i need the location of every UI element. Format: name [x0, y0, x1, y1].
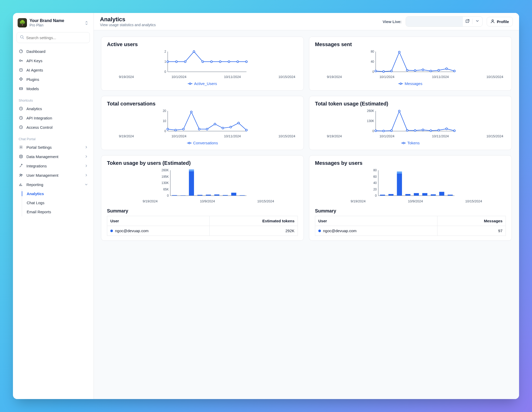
- sidebar-subitem-analytics[interactable]: Analytics: [22, 189, 90, 198]
- svg-point-6: [21, 69, 22, 70]
- svg-point-86: [438, 129, 440, 131]
- legend-tokens[interactable]: Tokens: [401, 141, 420, 145]
- sidebar-item-plugins[interactable]: Plugins: [16, 75, 90, 84]
- svg-point-32: [228, 61, 230, 63]
- svg-rect-107: [240, 195, 245, 196]
- svg-point-31: [219, 61, 221, 63]
- svg-text:0: 0: [372, 129, 374, 133]
- sidebar-item-label: Analytics: [27, 191, 44, 196]
- svg-rect-116: [389, 194, 394, 196]
- profile-button[interactable]: Profile: [487, 17, 513, 26]
- updown-icon[interactable]: [85, 21, 88, 26]
- card-title: Total token usage (Estimated): [315, 101, 506, 107]
- clock-icon: [19, 116, 23, 120]
- profile-label: Profile: [497, 19, 509, 24]
- card-title: Messages sent: [315, 41, 506, 47]
- chevron-down-icon[interactable]: [472, 19, 482, 24]
- svg-text:260K: 260K: [161, 169, 169, 172]
- topbar: Analytics View usage statistics and anal…: [94, 13, 519, 30]
- card-messages-by-user: Messages by users 020406080 9/19/202410/…: [309, 155, 512, 241]
- th-user: User: [315, 216, 437, 226]
- card-title: Token usage by users (Estimated): [107, 160, 298, 166]
- sidebar-item-label: Plugins: [26, 77, 39, 82]
- sidebar-subitem-chat-logs[interactable]: Chat Logs: [22, 198, 90, 207]
- svg-line-1: [23, 38, 24, 39]
- card-total-conversations: Total conversations 01020 9/19/202410/1/…: [101, 96, 304, 150]
- gear-icon: [19, 145, 23, 150]
- chart-messages-by-user: 020406080 9/19/202410/9/202410/15/2024: [315, 169, 506, 203]
- users-icon: [19, 173, 23, 177]
- svg-text:20: 20: [373, 188, 377, 191]
- svg-point-43: [383, 71, 384, 73]
- svg-point-45: [398, 51, 400, 53]
- svg-rect-122: [431, 194, 436, 196]
- svg-point-26: [176, 61, 177, 63]
- sidebar-item-analytics[interactable]: Analytics: [16, 104, 90, 113]
- db-icon: [19, 154, 23, 159]
- th-value: Messages: [437, 216, 506, 226]
- sidebar-item-models[interactable]: Models: [16, 84, 90, 93]
- th-value: Estimated tokens: [209, 216, 298, 226]
- chevron-right-icon: [85, 164, 88, 168]
- chart-active-users: 012 9/19/202410/1/202410/11/202410/15/20…: [107, 50, 298, 79]
- sidebar-item-portal-settings[interactable]: Portal Settings: [16, 143, 90, 152]
- svg-text:80: 80: [373, 169, 377, 172]
- svg-rect-105: [223, 195, 228, 196]
- sidebar-item-api-integration[interactable]: API Integration: [16, 113, 90, 123]
- search-input[interactable]: [26, 35, 87, 40]
- svg-text:60: 60: [373, 175, 377, 179]
- svg-point-85: [430, 130, 432, 132]
- svg-point-48: [422, 69, 424, 71]
- clock-icon: [19, 106, 23, 111]
- chevron-right-icon: [85, 173, 88, 177]
- sidebar-item-access-control[interactable]: Access Control: [16, 123, 90, 132]
- content-scroll[interactable]: Active users 012 9/19/202410/1/202410/11…: [94, 30, 519, 399]
- sidebar-item-integrations[interactable]: Integrations: [16, 161, 90, 171]
- sidebar-item-user-management[interactable]: User Management: [16, 171, 90, 180]
- legend-conversations[interactable]: Conversations: [187, 141, 218, 145]
- svg-text:0: 0: [164, 70, 166, 73]
- models-icon: [19, 86, 23, 91]
- svg-point-28: [193, 51, 195, 53]
- card-messages-sent: Messages sent 04080 9/19/202410/1/202410…: [309, 37, 512, 91]
- summary-heading: Summary: [107, 208, 298, 214]
- svg-point-12: [20, 147, 21, 148]
- svg-point-78: [375, 130, 377, 132]
- svg-text:10: 10: [163, 119, 166, 123]
- legend-active-users[interactable]: Active_Users: [188, 81, 217, 86]
- chevron-right-icon: [85, 154, 88, 159]
- svg-rect-100: [189, 171, 194, 196]
- view-live-selector[interactable]: [406, 16, 483, 27]
- svg-point-49: [430, 70, 432, 72]
- search-input-wrap[interactable]: [17, 32, 90, 43]
- legend-messages[interactable]: Messages: [398, 81, 422, 86]
- sidebar-item-reporting[interactable]: Reporting: [16, 180, 90, 189]
- page-subtitle: View usage statistics and analytics: [100, 23, 156, 27]
- svg-rect-98: [172, 195, 177, 196]
- sidebar-item-dashboard[interactable]: Dashboard: [16, 47, 90, 56]
- sidebar-item-data-management[interactable]: Data Management: [16, 152, 90, 161]
- svg-point-3: [19, 60, 21, 61]
- table-row: ngoc@devuap.com292K: [107, 226, 298, 236]
- chart-messages-sent: 04080 9/19/202410/1/202410/11/202410/15/…: [315, 50, 506, 79]
- svg-rect-119: [405, 194, 411, 196]
- svg-text:80: 80: [371, 50, 374, 53]
- summary-heading: Summary: [315, 208, 506, 214]
- svg-point-0: [20, 35, 23, 38]
- svg-point-14: [20, 174, 21, 175]
- sidebar-item-label: API Keys: [26, 59, 42, 63]
- sidebar-item-label: User Management: [26, 173, 58, 177]
- svg-point-79: [383, 130, 384, 132]
- svg-point-27: [184, 61, 186, 63]
- external-link-icon[interactable]: [463, 19, 472, 24]
- svg-point-19: [492, 20, 493, 21]
- sidebar-subitem-email-reports[interactable]: Email Reports: [22, 207, 90, 216]
- svg-point-88: [454, 130, 455, 132]
- sidebar-item-ai-agents[interactable]: AI Agents: [16, 65, 90, 75]
- brand-switcher[interactable]: 🌳 Your Brand Name Pro Plan: [16, 17, 90, 31]
- svg-rect-106: [231, 193, 236, 196]
- svg-rect-102: [197, 195, 203, 196]
- card-title: Messages by users: [315, 160, 506, 166]
- sidebar-item-api-keys[interactable]: API Keys: [16, 56, 90, 65]
- svg-point-42: [375, 70, 377, 72]
